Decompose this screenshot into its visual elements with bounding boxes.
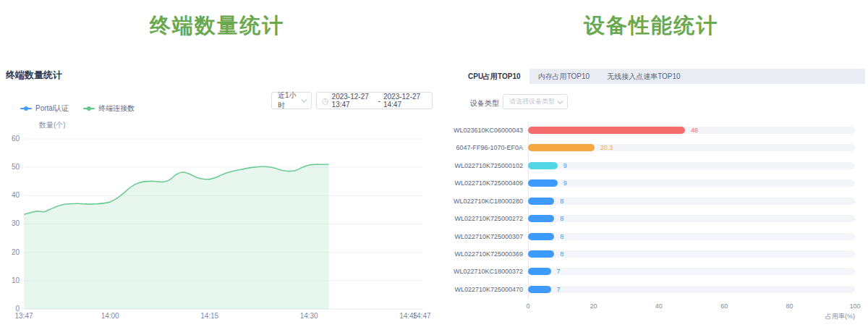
- bar-category-label: WL022710K725000102: [433, 162, 523, 169]
- bar: [528, 268, 551, 275]
- bar-axis-line: [528, 122, 529, 298]
- bar-x-tick-label: 20: [582, 302, 604, 310]
- bar-category-label: WL022710K725000272: [433, 215, 523, 222]
- bar-value-label: 48: [691, 126, 698, 135]
- bar: [528, 144, 595, 151]
- bar-track: [528, 233, 855, 240]
- bar: [528, 250, 554, 258]
- bar-track: [528, 144, 855, 151]
- dashboard: 终端数量统计 设备性能统计 终端数量统计 近1小时 ◷ 2023-12-27 1…: [0, 0, 868, 330]
- chevron-down-icon: [301, 96, 307, 102]
- bar-x-tick-label: 40: [648, 302, 670, 310]
- bar: [528, 233, 554, 240]
- bar-category-label: WL022710K725000307: [433, 233, 523, 240]
- y-axis-title: 数量(个): [39, 120, 66, 130]
- legend-item-terminal[interactable]: 终端连接数: [83, 103, 135, 114]
- date-range-picker[interactable]: ◷ 2023-12-27 13:47 - 2023-12-27 14:47: [316, 92, 433, 109]
- bar: [528, 162, 558, 169]
- x-tick-label: 14:30: [294, 312, 323, 320]
- bar-category-label: WL022710KC18000372: [433, 268, 523, 275]
- bar-track: [528, 179, 855, 187]
- bar: [528, 179, 558, 187]
- bar-value-label: 20.3: [600, 143, 613, 152]
- tab-bar: CPU占用TOP10 内存占用TOP10 无线接入点速率TOP10: [459, 69, 865, 84]
- bar-category-label: 6047-FF96-1070-EF0A: [433, 144, 523, 151]
- x-tick-label: 14:00: [95, 312, 124, 320]
- time-range-select[interactable]: 近1小时: [271, 92, 312, 109]
- bar-track: [528, 268, 855, 275]
- y-tick-label: 30: [0, 220, 20, 227]
- bar-category-label: WL022710KC18000280: [433, 198, 523, 205]
- bar-x-tick-label: 60: [713, 302, 735, 310]
- bar-value-label: 8: [560, 214, 563, 223]
- bar: [528, 127, 685, 134]
- bar-x-tick-label: 100: [844, 302, 866, 310]
- bar-category-label: WL022710K725000369: [433, 250, 523, 258]
- device-section-title: 设备性能统计: [434, 12, 868, 41]
- y-tick-label: 50: [0, 164, 20, 171]
- bar-category-label: WL023610KC06000043: [433, 127, 523, 134]
- bar-track: [528, 215, 855, 222]
- bar-track: [528, 198, 855, 205]
- device-type-placeholder: 请选择设备类型: [509, 97, 555, 106]
- date-separator: -: [378, 97, 380, 105]
- tab-memory-top10[interactable]: 内存占用TOP10: [529, 69, 599, 84]
- bar-value-label: 8: [560, 232, 563, 241]
- y-tick-label: 40: [0, 192, 20, 199]
- bar-value-label: 7: [557, 267, 561, 276]
- x-tick-label: 13:47: [9, 312, 38, 320]
- y-tick-label: 10: [0, 277, 20, 284]
- legend-item-portal[interactable]: Portal认证: [20, 103, 69, 114]
- bar-value-label: 9: [563, 161, 567, 170]
- bar-value-label: 9: [563, 179, 567, 187]
- bar: [528, 215, 554, 222]
- bar-x-tick-label: 0: [517, 302, 539, 310]
- bar-track: [528, 286, 855, 293]
- bar-track: [528, 250, 855, 258]
- bar-x-axis-title: 占用率(%): [797, 312, 855, 321]
- clock-icon: ◷: [322, 97, 329, 105]
- bar-x-tick-label: 80: [779, 302, 801, 310]
- terminal-line-chart: [0, 134, 434, 322]
- time-range-value: 近1小时: [278, 90, 301, 111]
- bar-track: [528, 127, 855, 134]
- bar-track: [528, 162, 855, 169]
- bar-category-label: WL022710K725000409: [433, 179, 523, 187]
- y-tick-label: 20: [0, 249, 20, 256]
- x-tick-label: 14:15: [195, 312, 224, 320]
- bar: [528, 198, 554, 205]
- device-type-select[interactable]: 请选择设备类型: [503, 94, 568, 109]
- tab-wireless-ap-rate-top10[interactable]: 无线接入点速率TOP10: [598, 69, 689, 84]
- chevron-down-icon: [557, 98, 563, 103]
- date-start: 2023-12-27 13:47: [332, 93, 375, 109]
- bar-value-label: 8: [560, 250, 563, 258]
- bar-value-label: 7: [557, 285, 561, 294]
- legend-label: 终端连接数: [98, 103, 135, 114]
- date-end: 2023-12-27 14:47: [383, 93, 427, 109]
- x-tick-label: 14:47: [407, 312, 436, 320]
- legend: Portal认证 终端连接数: [20, 103, 135, 114]
- y-tick-label: 60: [0, 135, 20, 143]
- terminal-panel-title: 终端数量统计: [6, 69, 62, 82]
- bar-category-label: WL022710K725000470: [433, 286, 523, 293]
- bar-value-label: 8: [560, 197, 563, 206]
- legend-marker-green: [83, 106, 95, 111]
- legend-marker-blue: [20, 106, 32, 111]
- device-type-label: 设备类型: [470, 98, 499, 109]
- terminal-section-title: 终端数量统计: [0, 12, 434, 41]
- bar: [528, 286, 551, 293]
- tab-cpu-top10[interactable]: CPU占用TOP10: [459, 69, 529, 84]
- legend-label: Portal认证: [35, 103, 69, 114]
- area-fill: [24, 164, 329, 309]
